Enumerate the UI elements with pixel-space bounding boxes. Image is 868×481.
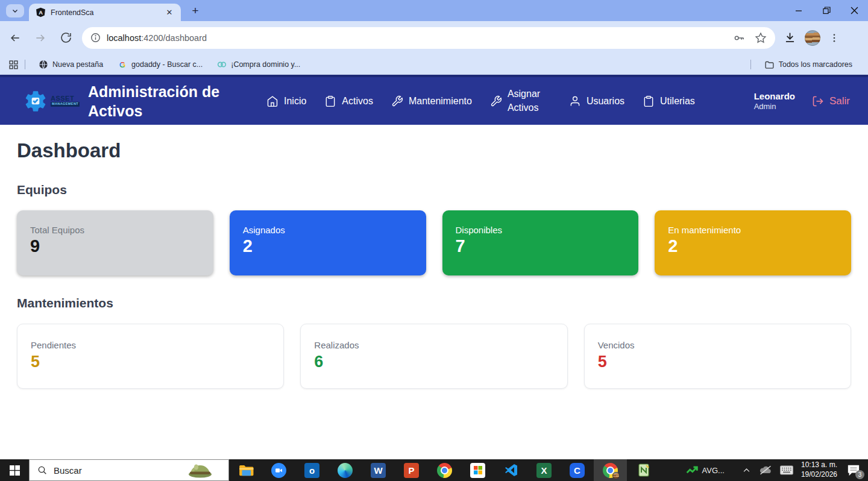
- taskbar-outlook[interactable]: o: [295, 459, 329, 481]
- nav-item-utilerias[interactable]: Utilerias: [643, 95, 695, 107]
- tab-close-icon[interactable]: ✕: [164, 7, 175, 18]
- chevron-down-icon: [11, 7, 19, 14]
- nav-item-mantenimiento[interactable]: Mantenimiento: [391, 95, 472, 107]
- card-asignados: Asignados 2: [230, 210, 426, 275]
- address-bar[interactable]: localhost:4200/dashboard: [82, 27, 775, 49]
- card-disponibles: Disponibles 7: [442, 210, 639, 275]
- taskbar-excel[interactable]: X: [527, 459, 561, 481]
- bookmark-nueva-pestana[interactable]: Nueva pestaña: [39, 60, 103, 69]
- equipos-cards-row: Total Equipos 9 Asignados 2 Disponibles …: [17, 210, 851, 275]
- forward-icon: [34, 32, 46, 44]
- url-path: :4200/dashboard: [141, 33, 207, 43]
- back-button[interactable]: [5, 28, 25, 48]
- site-info-icon[interactable]: [90, 33, 101, 43]
- avg-tray-item[interactable]: AVG...: [686, 465, 725, 475]
- touch-keyboard-icon[interactable]: [780, 465, 793, 475]
- nav-item-label: Asignar Activos: [508, 87, 551, 115]
- zoom-icon: [271, 463, 286, 478]
- notification-center-button[interactable]: 3: [845, 462, 862, 478]
- taskbar-notepad-plus-plus[interactable]: [627, 459, 660, 481]
- window-close-button[interactable]: [840, 0, 868, 21]
- password-key-icon[interactable]: [733, 32, 745, 44]
- clipboard-icon: [324, 95, 336, 107]
- taskbar-chrome-active[interactable]: [594, 459, 627, 481]
- card-value: 2: [243, 237, 413, 256]
- tab-title: FrontendSca: [51, 8, 164, 17]
- clock-date: 19/02/2026: [801, 470, 837, 480]
- card-value: 7: [456, 237, 626, 256]
- bookmark-label: Todos los marcadores: [779, 60, 852, 69]
- card-label: Realizados: [314, 340, 553, 350]
- taskbar-file-explorer[interactable]: [229, 459, 262, 481]
- apps-grid-icon[interactable]: [8, 60, 19, 70]
- onedrive-offline-icon[interactable]: [759, 465, 772, 476]
- url-text[interactable]: localhost:4200/dashboard: [107, 33, 733, 43]
- card-pendientes: Pendientes 5: [17, 324, 284, 389]
- taskbar-chrome-pinned[interactable]: [428, 459, 461, 481]
- forward-button[interactable]: [30, 28, 51, 48]
- card-label: Vencidos: [598, 340, 837, 350]
- card-en-mantenimiento: En mantenimiento 2: [655, 210, 851, 275]
- search-highlight-helmet-icon[interactable]: [187, 457, 213, 480]
- bookmarks-separator: [750, 60, 751, 69]
- bookmark-star-icon[interactable]: [755, 32, 767, 44]
- dashboard-page: Dashboard Equipos Total Equipos 9 Asigna…: [0, 125, 868, 459]
- bookmark-godaddy-buscar[interactable]: G godaddy - Buscar c...: [118, 60, 203, 69]
- logout-label: Salir: [829, 95, 850, 107]
- reload-button[interactable]: [55, 28, 76, 48]
- menu-kebab-icon[interactable]: [829, 33, 840, 43]
- edge-icon: [338, 463, 353, 478]
- system-tray: AVG... 10:13 a. m. 19/02/2026 3: [686, 459, 868, 481]
- nav-item-label: Utilerias: [660, 96, 695, 107]
- card-value: 5: [598, 353, 837, 371]
- taskbar-edge[interactable]: [329, 459, 362, 481]
- all-bookmarks-button[interactable]: Todos los marcadores: [764, 60, 852, 70]
- start-button[interactable]: [0, 459, 29, 481]
- taskbar-vscode[interactable]: [494, 459, 527, 481]
- nav-item-activos[interactable]: Activos: [324, 95, 373, 107]
- nav-item-usuarios[interactable]: Usuarios: [569, 95, 624, 107]
- outlook-icon: o: [304, 463, 319, 478]
- logout-button[interactable]: Salir: [812, 95, 850, 107]
- logout-icon: [812, 95, 824, 107]
- window-minimize-button[interactable]: [785, 0, 813, 21]
- taskbar-clipchamp[interactable]: C: [561, 459, 594, 481]
- nav-item-asignar-activos[interactable]: Asignar Activos: [490, 87, 551, 115]
- bookmark-label: ¡Compra dominio y...: [231, 60, 300, 69]
- google-icon: G: [118, 60, 127, 69]
- tray-chevron-up-icon[interactable]: [742, 466, 751, 475]
- new-tab-button[interactable]: +: [187, 2, 204, 19]
- clipchamp-icon: C: [570, 463, 585, 478]
- user-role: Admin: [754, 102, 795, 112]
- nav-item-label: Mantenimiento: [409, 96, 472, 107]
- search-icon: [37, 465, 47, 475]
- section-heading-mantenimientos: Mantenimientos: [17, 296, 851, 310]
- nav-item-label: Inicio: [284, 96, 306, 107]
- clock-time: 10:13 a. m.: [801, 461, 837, 470]
- taskbar-powerpoint[interactable]: P: [395, 459, 428, 481]
- downloads-icon[interactable]: [784, 31, 796, 44]
- card-vencidos: Vencidos 5: [584, 324, 851, 389]
- close-icon: [851, 7, 858, 14]
- profile-avatar[interactable]: [805, 30, 820, 46]
- card-value: 6: [314, 353, 553, 371]
- window-restore-button[interactable]: [813, 0, 840, 21]
- user-block: Leonardo Admin: [754, 91, 795, 112]
- bookmarks-bar: Nueva pestaña G godaddy - Buscar c... ¡C…: [0, 54, 868, 75]
- bookmark-compra-dominio[interactable]: ¡Compra dominio y...: [217, 60, 300, 69]
- browser-tab[interactable]: A FrontendSca ✕: [29, 4, 181, 21]
- mantenimientos-cards-row: Pendientes 5 Realizados 6 Vencidos 5: [17, 324, 851, 389]
- nav-item-inicio[interactable]: Inicio: [266, 95, 306, 107]
- brand-line1: ASSET: [51, 95, 80, 102]
- taskbar-zoom[interactable]: [262, 459, 295, 481]
- taskbar-search-box[interactable]: Buscar: [29, 459, 229, 481]
- clipboard-icon: [643, 95, 655, 107]
- taskbar-clock[interactable]: 10:13 a. m. 19/02/2026: [801, 461, 837, 479]
- vscode-icon: [504, 463, 518, 477]
- tab-search-button[interactable]: [6, 4, 24, 17]
- taskbar-word[interactable]: W: [362, 459, 395, 481]
- globe-icon: [39, 60, 48, 69]
- taskbar-microsoft-store[interactable]: [461, 459, 494, 481]
- notification-badge: 3: [855, 470, 864, 479]
- bookmark-label: godaddy - Buscar c...: [131, 60, 203, 69]
